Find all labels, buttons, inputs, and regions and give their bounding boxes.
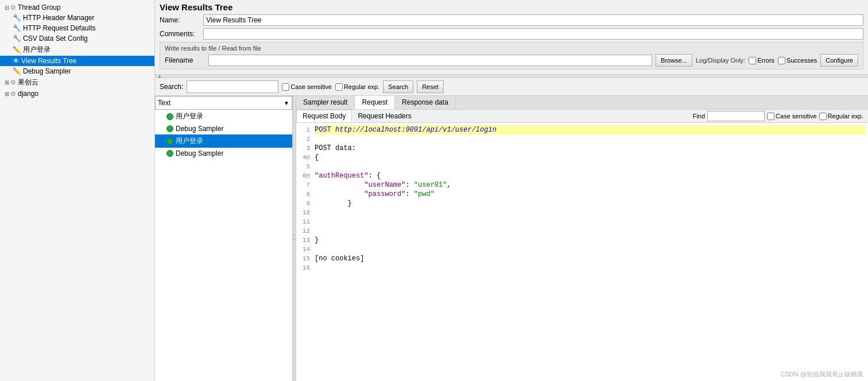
- sep-text: :: [405, 181, 413, 189]
- search-input[interactable]: [187, 80, 278, 93]
- code-line-6: 6⊟ "authRequest": {: [299, 171, 866, 180]
- name-label: Name:: [160, 16, 200, 24]
- sub-tab-request-body[interactable]: Request Body: [296, 110, 352, 122]
- val-text: "pwd": [414, 190, 435, 198]
- code-line-13: 13 }: [299, 236, 866, 245]
- find-bar: Find Case sensitive Regular exp.: [688, 110, 868, 122]
- watermark: CSDN @别追我我有止咳糖浆: [781, 370, 863, 379]
- gear-icon: ⚙: [10, 90, 16, 98]
- code-line-11: 11: [299, 217, 866, 226]
- line-content: [315, 245, 866, 254]
- line-content: "authRequest": {: [315, 171, 866, 180]
- tree-item-label: Debug Sampler: [23, 67, 71, 75]
- line-num: 4⊟: [299, 153, 315, 162]
- tab-sampler-result[interactable]: Sampler result: [296, 96, 355, 109]
- gear-icon: ⚙: [10, 79, 16, 86]
- val-text: "user01": [414, 181, 447, 189]
- expand-icon: ⊞: [5, 91, 9, 97]
- expand-icon: ⊞: [5, 79, 9, 86]
- sub-tabs-row: Request Body Request Headers Find Case s…: [296, 110, 868, 123]
- result-item-user-login-2[interactable]: 用户登录: [155, 134, 292, 148]
- configure-button[interactable]: Configure: [820, 54, 858, 67]
- tab-request[interactable]: Request: [355, 96, 395, 109]
- filename-label: Filename: [165, 56, 205, 64]
- tree-item-csv-data[interactable]: 🔧 CSV Data Set Config: [0, 33, 154, 44]
- results-list: 用户登录 Debug Sampler 用户登录 Debug Sampler: [155, 110, 292, 381]
- key-text: "userName": [364, 181, 405, 189]
- tab-response-data[interactable]: Response data: [395, 96, 456, 109]
- reset-button[interactable]: Reset: [417, 80, 444, 93]
- tree-item-label: django: [18, 90, 38, 98]
- code-line-12: 12: [299, 226, 866, 236]
- code-area[interactable]: 1 POST http://localhost:9091/api/v1/user…: [296, 123, 868, 381]
- search-button[interactable]: Search: [383, 80, 413, 93]
- result-item-label: Debug Sampler: [176, 125, 223, 133]
- line-content: [315, 226, 866, 236]
- tree-item-guochuang[interactable]: ⊞ ⚙ 果创云: [0, 76, 154, 88]
- errors-checkbox-label[interactable]: Errors: [749, 57, 774, 64]
- dropdown-value: Text: [158, 99, 170, 107]
- eye-icon: 👁: [13, 57, 20, 65]
- find-case-sensitive-text: Case sensitive: [776, 113, 817, 120]
- browse-button[interactable]: Browse...: [656, 54, 692, 67]
- code-line-3: 3 POST data:: [299, 144, 866, 153]
- line-num: 8: [299, 190, 315, 199]
- tree-panel: ⊟ ⚙ Thread Group 🔧 HTTP Header Manager 🔧…: [0, 0, 155, 381]
- find-case-sensitive-label[interactable]: Case sensitive: [767, 113, 817, 120]
- detail-panel: Sampler result Request Response data Req…: [296, 96, 868, 381]
- find-input[interactable]: [707, 111, 765, 121]
- find-case-sensitive-checkbox[interactable]: [767, 113, 774, 120]
- case-sensitive-checkbox[interactable]: [282, 83, 289, 91]
- errors-label: Errors: [757, 57, 774, 64]
- tree-item-label: CSV Data Set Config: [23, 34, 88, 43]
- code-line-1: 1 POST http://localhost:9091/api/v1/user…: [299, 125, 866, 134]
- sub-tab-request-headers[interactable]: Request Headers: [352, 110, 417, 122]
- tree-item-thread-group[interactable]: ⊟ ⚙ Thread Group: [0, 2, 154, 13]
- successes-checkbox[interactable]: [778, 57, 785, 64]
- code-line-2: 2: [299, 134, 866, 144]
- tree-item-debug-sampler[interactable]: ✏️ Debug Sampler: [0, 66, 154, 76]
- config-area: View Results Tree Name: Comments: Write …: [155, 0, 868, 75]
- find-regular-exp-text: Regular exp.: [828, 113, 863, 120]
- filename-input[interactable]: [208, 55, 652, 66]
- result-item-debug-2[interactable]: Debug Sampler: [155, 148, 292, 159]
- tree-item-view-results[interactable]: 👁 View Results Tree: [0, 56, 154, 66]
- tree-item-label: 果创云: [18, 78, 38, 87]
- line-num: 13: [299, 236, 315, 245]
- results-dropdown[interactable]: Text ▼: [155, 96, 292, 110]
- line-content: [no cookies]: [315, 254, 866, 263]
- search-bar: Search: Case sensitive Regular exp. Sear…: [155, 78, 868, 96]
- tree-item-label: HTTP Header Manager: [23, 14, 95, 22]
- pencil-icon: ✏️: [13, 67, 21, 75]
- result-item-user-login-1[interactable]: 用户登录: [155, 110, 292, 123]
- case-sensitive-label[interactable]: Case sensitive: [282, 83, 332, 91]
- status-green-icon: [166, 138, 173, 145]
- expand-icon: ⊟: [5, 5, 9, 11]
- result-item-debug-1[interactable]: Debug Sampler: [155, 123, 292, 134]
- tree-item-user-login[interactable]: ✏️ 用户登录: [0, 44, 154, 56]
- thread-group-icon: ⚙: [10, 4, 16, 11]
- tree-item-http-defaults[interactable]: 🔧 HTTP Request Defaults: [0, 23, 154, 33]
- regular-exp-label[interactable]: Regular exp.: [335, 83, 379, 91]
- results-panel: Text ▼ 用户登录 Debug Sampler 用户登录: [155, 96, 293, 381]
- successes-checkbox-label[interactable]: Successes: [778, 57, 817, 64]
- tree-item-label: HTTP Request Defaults: [23, 24, 96, 32]
- code-line-5: 5: [299, 162, 866, 171]
- main-tabs: Sampler result Request Response data: [296, 96, 868, 110]
- tree-item-django[interactable]: ⊞ ⚙ django: [0, 88, 154, 99]
- successes-label: Successes: [786, 57, 817, 64]
- comments-label: Comments:: [160, 30, 200, 38]
- find-regular-exp-label[interactable]: Regular exp.: [819, 113, 863, 120]
- line-num: 2: [299, 134, 315, 144]
- regular-exp-checkbox[interactable]: [335, 83, 343, 91]
- line-num: 16: [299, 263, 315, 272]
- case-sensitive-text: Case sensitive: [290, 83, 332, 90]
- code-line-7: 7 "userName": "user01",: [299, 180, 866, 190]
- find-regular-exp-checkbox[interactable]: [819, 113, 827, 120]
- line-content: [315, 217, 866, 226]
- name-input[interactable]: [203, 14, 863, 26]
- tree-item-http-header[interactable]: 🔧 HTTP Header Manager: [0, 13, 154, 23]
- errors-checkbox[interactable]: [749, 57, 756, 64]
- line-num: 1: [299, 125, 315, 134]
- comments-input[interactable]: [203, 28, 863, 40]
